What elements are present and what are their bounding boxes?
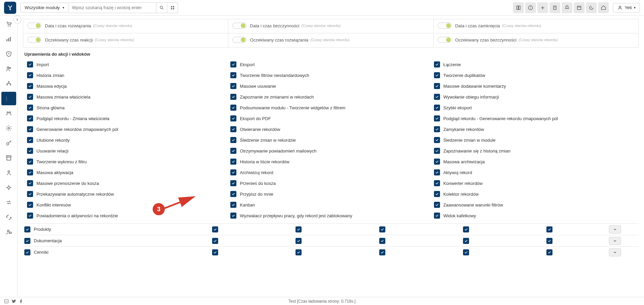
toggle-switch[interactable]: Oczekiwany czas bezczynności(Czasy stanó… [438, 37, 558, 43]
checkbox[interactable] [27, 148, 33, 154]
toggle-switch[interactable]: Data i czas rozwiązania(Czasy stanów rek… [27, 23, 132, 29]
calendar-icon[interactable] [574, 2, 585, 13]
checkbox[interactable] [434, 94, 440, 100]
checkbox[interactable] [230, 72, 236, 78]
sidebar-item-org[interactable] [1, 77, 16, 90]
app-logo[interactable] [4, 2, 16, 14]
checkbox[interactable] [230, 169, 236, 175]
sidebar-item-chart[interactable] [1, 32, 16, 46]
checkbox[interactable] [379, 249, 385, 255]
checkbox[interactable] [27, 105, 33, 111]
building-icon[interactable] [549, 2, 560, 13]
sidebar-item-person[interactable] [1, 166, 16, 179]
toggle-switch[interactable]: Oczekiwany czas rozwiązania(Czasy stanów… [232, 37, 350, 43]
sidebar-item-gear[interactable] [1, 121, 16, 135]
checkbox[interactable] [434, 61, 440, 67]
user-menu[interactable]: Yeti ▾ [613, 3, 640, 12]
checkbox[interactable] [379, 226, 385, 232]
checkbox[interactable] [212, 249, 218, 255]
checkbox[interactable] [434, 191, 440, 197]
checkbox[interactable] [27, 72, 33, 78]
checkbox[interactable] [27, 159, 33, 165]
checkbox[interactable] [27, 83, 33, 89]
sidebar-item-users[interactable] [1, 62, 16, 76]
sidebar-item-sync[interactable] [1, 211, 16, 224]
book-icon[interactable] [513, 2, 524, 13]
expand-button[interactable] [609, 225, 621, 233]
sidebar-item-virus[interactable] [1, 181, 16, 194]
checkbox[interactable] [27, 202, 33, 208]
checkbox[interactable] [230, 191, 236, 197]
checkbox[interactable] [27, 213, 33, 219]
checkbox[interactable] [546, 238, 552, 244]
checkbox[interactable] [230, 202, 236, 208]
twitter-icon[interactable] [11, 299, 16, 304]
history-icon[interactable] [586, 2, 597, 13]
checkbox[interactable] [434, 72, 440, 78]
checkbox[interactable] [434, 180, 440, 186]
sidebar-item-archive[interactable] [1, 151, 16, 165]
linkedin-icon[interactable]: in [4, 299, 9, 304]
apps-button[interactable] [167, 2, 178, 13]
checkbox[interactable] [230, 61, 236, 67]
checkbox[interactable] [230, 83, 236, 89]
checkbox[interactable] [463, 226, 469, 232]
sidebar-item-key[interactable] [1, 136, 16, 150]
checkbox[interactable] [230, 159, 236, 165]
search-input[interactable] [69, 2, 156, 13]
checkbox[interactable] [230, 94, 236, 100]
checkbox[interactable] [27, 137, 33, 143]
plus-icon[interactable] [537, 2, 548, 13]
checkbox[interactable] [546, 249, 552, 255]
toggle-switch[interactable]: Oczekiwany czas reakcji(Czasy stanów rek… [27, 37, 134, 43]
search-button[interactable] [156, 2, 167, 13]
checkbox[interactable] [212, 226, 218, 232]
checkbox[interactable] [27, 180, 33, 186]
checkbox[interactable] [27, 191, 33, 197]
checkbox[interactable] [295, 249, 302, 255]
sidebar-item-admin[interactable] [1, 225, 16, 239]
toggle-switch[interactable]: Data i czas zamknięcia(Czasy stanów reko… [438, 23, 541, 29]
checkbox[interactable] [230, 137, 236, 143]
facebook-icon[interactable] [19, 299, 24, 304]
module-selector[interactable]: Wszystkie moduły ▾ [20, 3, 69, 12]
checkbox[interactable] [434, 159, 440, 165]
checkbox[interactable] [27, 169, 33, 175]
checkbox[interactable] [27, 115, 33, 121]
checkbox[interactable] [24, 226, 30, 232]
checkbox[interactable] [230, 148, 236, 154]
checkbox[interactable] [463, 249, 469, 255]
home-icon[interactable] [598, 2, 609, 13]
checkbox[interactable] [24, 249, 30, 255]
checkbox[interactable] [295, 226, 302, 232]
checkbox[interactable] [434, 202, 440, 208]
checkbox[interactable] [230, 213, 236, 219]
checkbox[interactable] [24, 238, 30, 244]
checkbox[interactable] [230, 126, 236, 132]
checkbox[interactable] [27, 61, 33, 67]
sidebar-item-group[interactable] [1, 107, 16, 120]
checkbox[interactable] [230, 115, 236, 121]
checkbox[interactable] [27, 126, 33, 132]
checkbox[interactable] [463, 238, 469, 244]
checkbox[interactable] [546, 226, 552, 232]
checkbox[interactable] [230, 180, 236, 186]
checkbox[interactable] [434, 126, 440, 132]
checkbox[interactable] [434, 213, 440, 219]
checkbox[interactable] [27, 94, 33, 100]
checkbox[interactable] [295, 238, 302, 244]
checkbox[interactable] [434, 83, 440, 89]
info-icon[interactable]: i [525, 2, 536, 13]
sidebar-toggle[interactable] [13, 16, 21, 24]
checkbox[interactable] [212, 238, 218, 244]
expand-button[interactable] [609, 237, 621, 245]
expand-button[interactable] [609, 248, 621, 256]
checkbox[interactable] [434, 105, 440, 111]
sidebar-item-transfer[interactable] [1, 196, 16, 209]
checkbox[interactable] [434, 169, 440, 175]
sidebar-item-list[interactable] [1, 92, 16, 105]
checkbox[interactable] [230, 105, 236, 111]
toggle-switch[interactable]: Data i czas bezczynności(Czasy stanów re… [232, 23, 340, 29]
checkbox[interactable] [379, 238, 385, 244]
sidebar-item-shield[interactable] [1, 47, 16, 61]
